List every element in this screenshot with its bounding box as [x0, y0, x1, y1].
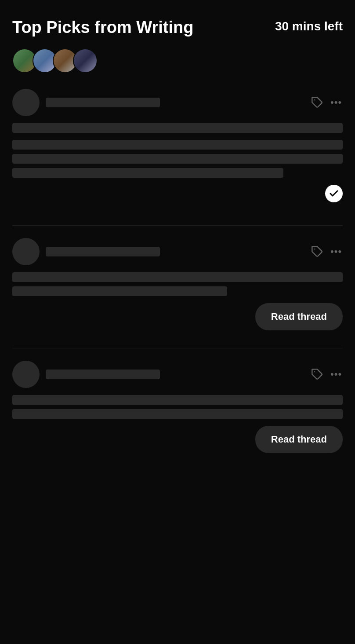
check-badge-1 [325, 185, 343, 202]
thread-header-3: ••• [12, 361, 343, 388]
skeleton-line [12, 140, 343, 150]
thread-card-1: ••• [12, 89, 343, 211]
thread-author-3 [46, 370, 160, 379]
thread-avatar-2 [12, 238, 40, 265]
thread-actions-1: ••• [311, 96, 343, 109]
thread-content-lines-3 [12, 395, 343, 419]
skeleton-line [12, 272, 343, 282]
thread-header-left-3 [12, 361, 311, 388]
page-title: Top Picks from Writing [12, 18, 193, 38]
skeleton-line [12, 395, 343, 405]
divider-2 [12, 348, 343, 348]
page-header: Top Picks from Writing 30 mins left [12, 18, 343, 38]
thread-actions-2: ••• [311, 245, 343, 258]
avatars-row [12, 48, 343, 73]
tag-icon-1[interactable] [311, 96, 323, 109]
thread-author-1 [46, 98, 160, 107]
divider-1 [12, 225, 343, 226]
thread-header-left-2 [12, 238, 311, 265]
thread-header-2: ••• [12, 238, 343, 265]
thread-header-left-1 [12, 89, 311, 116]
thread-avatar-3 [12, 361, 40, 388]
thread-actions-3: ••• [311, 368, 343, 381]
skeleton-line [12, 168, 283, 178]
thread-card-2: ••• Read thread [12, 238, 343, 334]
thread-content-lines-1a [12, 123, 343, 133]
thread-author-2 [46, 247, 160, 256]
more-icon-1[interactable]: ••• [330, 96, 343, 109]
more-icon-2[interactable]: ••• [330, 245, 343, 258]
thread-header-1: ••• [12, 89, 343, 116]
thread-content-lines-1b [12, 140, 343, 178]
time-remaining: 30 mins left [275, 18, 343, 33]
read-thread-button-3[interactable]: Read thread [255, 426, 343, 453]
avatar-4 [73, 48, 98, 73]
skeleton-line [12, 409, 343, 419]
skeleton-line [12, 123, 343, 133]
more-icon-3[interactable]: ••• [330, 368, 343, 381]
read-thread-button-2[interactable]: Read thread [255, 303, 343, 330]
tag-icon-3[interactable] [311, 368, 323, 381]
thread-card-3: ••• Read thread [12, 361, 343, 457]
skeleton-line [12, 154, 343, 164]
tag-icon-2[interactable] [311, 245, 323, 258]
thread-avatar-1 [12, 89, 40, 116]
thread-content-lines-2 [12, 272, 343, 296]
skeleton-line [12, 286, 227, 296]
